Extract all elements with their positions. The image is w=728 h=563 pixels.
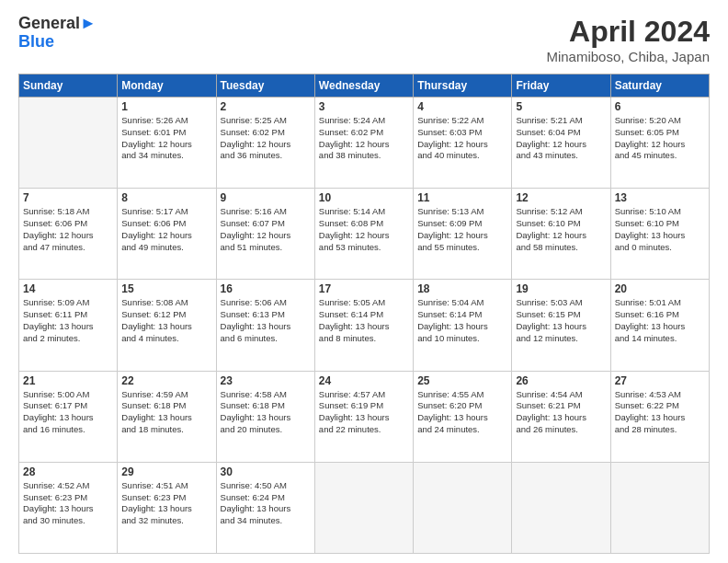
calendar-cell: 3Sunrise: 5:24 AM Sunset: 6:02 PM Daylig… [314,98,413,189]
day-number: 2 [221,100,311,113]
calendar-cell: 22Sunrise: 4:59 AM Sunset: 6:18 PM Dayli… [118,371,216,462]
col-header-thursday: Thursday [414,75,512,98]
calendar-cell: 21Sunrise: 5:00 AM Sunset: 6:17 PM Dayli… [19,371,118,462]
title-block: April 2024 Minamiboso, Chiba, Japan [546,15,710,64]
day-info: Sunrise: 5:12 AM Sunset: 6:10 PM Dayligh… [516,206,606,253]
week-row-4: 21Sunrise: 5:00 AM Sunset: 6:17 PM Dayli… [19,371,710,462]
header-row: SundayMondayTuesdayWednesdayThursdayFrid… [19,75,710,98]
col-header-friday: Friday [512,75,610,98]
col-header-sunday: Sunday [19,75,118,98]
calendar-cell: 29Sunrise: 4:51 AM Sunset: 6:23 PM Dayli… [118,462,216,553]
calendar-cell: 11Sunrise: 5:13 AM Sunset: 6:09 PM Dayli… [414,189,512,280]
day-info: Sunrise: 5:26 AM Sunset: 6:01 PM Dayligh… [121,115,211,162]
day-info: Sunrise: 5:00 AM Sunset: 6:17 PM Dayligh… [23,389,113,436]
day-number: 17 [319,282,409,295]
day-number: 10 [319,191,409,204]
calendar-cell: 26Sunrise: 4:54 AM Sunset: 6:21 PM Dayli… [512,371,610,462]
day-number: 14 [23,282,113,295]
day-info: Sunrise: 5:16 AM Sunset: 6:07 PM Dayligh… [221,206,311,253]
day-number: 21 [23,374,113,387]
day-info: Sunrise: 4:51 AM Sunset: 6:23 PM Dayligh… [121,480,211,527]
day-info: Sunrise: 5:10 AM Sunset: 6:10 PM Dayligh… [615,206,705,253]
day-number: 8 [121,191,211,204]
calendar-cell [19,98,118,189]
calendar-cell: 19Sunrise: 5:03 AM Sunset: 6:15 PM Dayli… [512,280,610,371]
day-info: Sunrise: 5:05 AM Sunset: 6:14 PM Dayligh… [319,297,409,344]
calendar-cell: 28Sunrise: 4:52 AM Sunset: 6:23 PM Dayli… [19,462,118,553]
day-number: 24 [319,374,409,387]
day-number: 5 [516,100,606,113]
calendar-cell: 9Sunrise: 5:16 AM Sunset: 6:07 PM Daylig… [216,189,314,280]
col-header-saturday: Saturday [610,75,709,98]
day-info: Sunrise: 5:14 AM Sunset: 6:08 PM Dayligh… [319,206,409,253]
col-header-tuesday: Tuesday [216,75,314,98]
day-info: Sunrise: 5:21 AM Sunset: 6:04 PM Dayligh… [516,115,606,162]
subtitle: Minamiboso, Chiba, Japan [546,49,710,64]
week-row-1: 1Sunrise: 5:26 AM Sunset: 6:01 PM Daylig… [19,98,710,189]
day-number: 30 [221,465,311,478]
calendar-cell: 4Sunrise: 5:22 AM Sunset: 6:03 PM Daylig… [414,98,512,189]
calendar-cell: 10Sunrise: 5:14 AM Sunset: 6:08 PM Dayli… [314,189,413,280]
calendar-cell: 15Sunrise: 5:08 AM Sunset: 6:12 PM Dayli… [118,280,216,371]
day-info: Sunrise: 5:24 AM Sunset: 6:02 PM Dayligh… [319,115,409,162]
day-number: 4 [417,100,507,113]
calendar-cell [414,462,512,553]
day-info: Sunrise: 5:17 AM Sunset: 6:06 PM Dayligh… [121,206,211,253]
week-row-5: 28Sunrise: 4:52 AM Sunset: 6:23 PM Dayli… [19,462,710,553]
day-info: Sunrise: 5:25 AM Sunset: 6:02 PM Dayligh… [221,115,311,162]
calendar-cell: 25Sunrise: 4:55 AM Sunset: 6:20 PM Dayli… [414,371,512,462]
calendar-cell: 16Sunrise: 5:06 AM Sunset: 6:13 PM Dayli… [216,280,314,371]
day-number: 27 [615,374,705,387]
day-info: Sunrise: 5:03 AM Sunset: 6:15 PM Dayligh… [516,297,606,344]
day-number: 22 [121,374,211,387]
calendar-cell: 8Sunrise: 5:17 AM Sunset: 6:06 PM Daylig… [118,189,216,280]
calendar-cell: 18Sunrise: 5:04 AM Sunset: 6:14 PM Dayli… [414,280,512,371]
day-info: Sunrise: 4:54 AM Sunset: 6:21 PM Dayligh… [516,389,606,436]
page: General► Blue April 2024 Minamiboso, Chi… [0,0,728,563]
logo: General► Blue [18,15,97,52]
day-info: Sunrise: 5:08 AM Sunset: 6:12 PM Dayligh… [121,297,211,344]
calendar-cell: 2Sunrise: 5:25 AM Sunset: 6:02 PM Daylig… [216,98,314,189]
day-number: 6 [615,100,705,113]
day-number: 28 [23,465,113,478]
day-info: Sunrise: 5:06 AM Sunset: 6:13 PM Dayligh… [221,297,311,344]
calendar-cell: 30Sunrise: 4:50 AM Sunset: 6:24 PM Dayli… [216,462,314,553]
day-number: 7 [23,191,113,204]
calendar-cell: 27Sunrise: 4:53 AM Sunset: 6:22 PM Dayli… [610,371,709,462]
calendar-cell: 12Sunrise: 5:12 AM Sunset: 6:10 PM Dayli… [512,189,610,280]
main-title: April 2024 [546,15,710,49]
day-info: Sunrise: 5:20 AM Sunset: 6:05 PM Dayligh… [615,115,705,162]
day-info: Sunrise: 4:55 AM Sunset: 6:20 PM Dayligh… [417,389,507,436]
day-number: 19 [516,282,606,295]
day-number: 23 [221,374,311,387]
day-number: 11 [417,191,507,204]
day-info: Sunrise: 4:53 AM Sunset: 6:22 PM Dayligh… [615,389,705,436]
calendar-cell: 14Sunrise: 5:09 AM Sunset: 6:11 PM Dayli… [19,280,118,371]
col-header-wednesday: Wednesday [314,75,413,98]
calendar-cell [610,462,709,553]
day-info: Sunrise: 4:59 AM Sunset: 6:18 PM Dayligh… [121,389,211,436]
day-info: Sunrise: 5:04 AM Sunset: 6:14 PM Dayligh… [417,297,507,344]
calendar-cell [314,462,413,553]
day-info: Sunrise: 4:52 AM Sunset: 6:23 PM Dayligh… [23,480,113,527]
calendar-cell: 5Sunrise: 5:21 AM Sunset: 6:04 PM Daylig… [512,98,610,189]
day-number: 16 [221,282,311,295]
day-number: 29 [121,465,211,478]
day-number: 12 [516,191,606,204]
day-info: Sunrise: 5:01 AM Sunset: 6:16 PM Dayligh… [615,297,705,344]
calendar-cell: 13Sunrise: 5:10 AM Sunset: 6:10 PM Dayli… [610,189,709,280]
day-info: Sunrise: 4:50 AM Sunset: 6:24 PM Dayligh… [221,480,311,527]
header: General► Blue April 2024 Minamiboso, Chi… [18,15,710,64]
day-number: 15 [121,282,211,295]
calendar-table: SundayMondayTuesdayWednesdayThursdayFrid… [18,74,710,554]
day-info: Sunrise: 5:22 AM Sunset: 6:03 PM Dayligh… [417,115,507,162]
calendar-cell: 20Sunrise: 5:01 AM Sunset: 6:16 PM Dayli… [610,280,709,371]
calendar-cell [512,462,610,553]
calendar-cell: 6Sunrise: 5:20 AM Sunset: 6:05 PM Daylig… [610,98,709,189]
day-info: Sunrise: 5:13 AM Sunset: 6:09 PM Dayligh… [417,206,507,253]
day-info: Sunrise: 4:57 AM Sunset: 6:19 PM Dayligh… [319,389,409,436]
day-info: Sunrise: 5:18 AM Sunset: 6:06 PM Dayligh… [23,206,113,253]
week-row-3: 14Sunrise: 5:09 AM Sunset: 6:11 PM Dayli… [19,280,710,371]
day-info: Sunrise: 5:09 AM Sunset: 6:11 PM Dayligh… [23,297,113,344]
day-number: 1 [121,100,211,113]
